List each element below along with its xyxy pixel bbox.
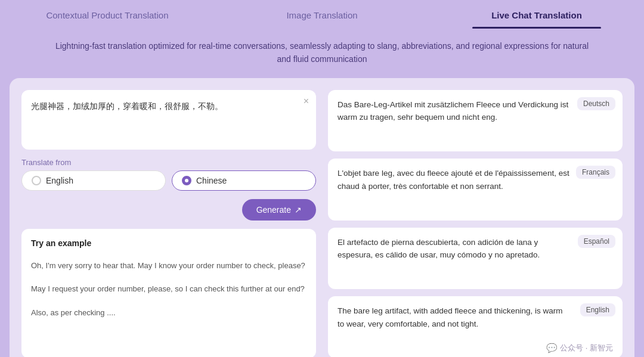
radio-dot-english: [32, 176, 41, 185]
left-panel: 光腿神器，加绒加厚的，穿着暖和，很舒服，不勒。 × Translate from…: [21, 90, 316, 357]
lang-badge-deutsch: Deutsch: [577, 97, 615, 110]
radio-group: English Chinese: [21, 170, 316, 191]
lang-badge-francais: Français: [576, 166, 615, 179]
translation-text-deutsch: Das Bare-Leg-Artikel mit zusätzlichem Fl…: [338, 98, 613, 124]
translate-from-section: Translate from English Chinese: [21, 158, 316, 191]
translation-card-espanol: Español El artefacto de pierna descubier…: [328, 228, 623, 290]
translation-text-espanol: El artefacto de pierna descubierta, con …: [338, 236, 613, 262]
example-item-2[interactable]: May I request your order number, please,…: [31, 278, 306, 300]
radio-english[interactable]: English: [21, 170, 166, 191]
arrow-icon: ↗: [295, 205, 302, 215]
translation-card-deutsch: Deutsch Das Bare-Leg-Artikel mit zusätzl…: [328, 90, 623, 152]
wechat-icon: 💬: [546, 343, 558, 353]
translation-text-english: The bare leg artifact, with added fleece…: [338, 305, 613, 330]
translation-card-francais: Français L'objet bare leg, avec du fleec…: [328, 159, 623, 221]
main-content: 光腿神器，加绒加厚的，穿着暖和，很舒服，不勒。 × Translate from…: [10, 78, 634, 357]
translate-from-label: Translate from: [21, 158, 316, 167]
generate-label: Generate: [256, 205, 291, 215]
radio-chinese-label: Chinese: [196, 176, 227, 185]
input-box: 光腿神器，加绒加厚的，穿着暖和，很舒服，不勒。 ×: [21, 90, 316, 150]
input-text: 光腿神器，加绒加厚的，穿着暖和，很舒服，不勒。: [31, 100, 306, 113]
watermark-text: 公众号 · 新智元: [560, 343, 613, 353]
lang-badge-espanol: Español: [578, 235, 615, 248]
try-example-box: Try an example Oh, I'm very sorry to hea…: [21, 229, 316, 357]
radio-dot-chinese: [182, 176, 191, 185]
translation-card-english: English The bare leg artifact, with adde…: [328, 296, 623, 357]
subtitle-area: Lightning-fast translation optimized for…: [0, 30, 644, 78]
lang-badge-english: English: [580, 303, 615, 316]
tab-image[interactable]: Image Translation: [215, 2, 429, 29]
generate-button[interactable]: Generate ↗: [242, 199, 316, 221]
radio-chinese[interactable]: Chinese: [172, 170, 316, 191]
header-tabs: Contextual Product Translation Image Tra…: [0, 0, 644, 30]
tab-livechat[interactable]: Live Chat Translation: [429, 2, 644, 29]
watermark: 💬 公众号 · 新智元: [546, 343, 613, 353]
example-item-3[interactable]: Also, as per checking ....: [31, 302, 306, 324]
subtitle-text: Lightning-fast translation optimized for…: [55, 41, 589, 64]
try-example-title: Try an example: [31, 238, 306, 248]
clear-button[interactable]: ×: [304, 96, 309, 107]
example-item-1[interactable]: Oh, I'm very sorry to hear that. May I k…: [31, 255, 306, 277]
translation-text-francais: L'objet bare leg, avec du fleece ajouté …: [338, 167, 613, 193]
tab-contextual[interactable]: Contextual Product Translation: [0, 2, 215, 29]
radio-english-label: English: [46, 176, 73, 185]
right-panel: Deutsch Das Bare-Leg-Artikel mit zusätzl…: [328, 90, 623, 357]
